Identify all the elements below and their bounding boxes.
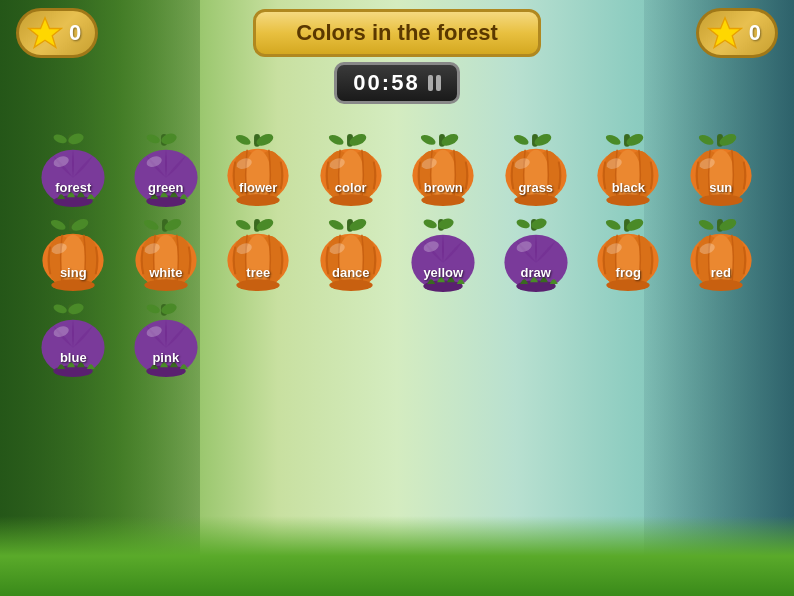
fruit-black: black [588,132,668,207]
left-star-icon [27,15,63,51]
svg-point-124 [607,279,650,291]
fruit-flower: flower [218,132,298,207]
svg-marker-1 [709,18,741,48]
svg-point-25 [327,133,345,147]
word-item-forest[interactable]: forest [32,132,115,207]
word-label-pink: pink [152,350,179,365]
svg-point-103 [329,279,372,291]
svg-point-4 [53,133,69,145]
word-label-black: black [612,180,645,195]
svg-point-127 [697,218,715,232]
svg-point-40 [422,194,465,206]
svg-point-112 [515,218,531,230]
svg-point-79 [142,218,160,232]
svg-point-85 [144,279,187,291]
fruit-brown: brown [403,132,483,207]
word-label-grass: grass [518,180,553,195]
fruit-tree: tree [218,217,298,292]
word-label-blue: blue [60,350,87,365]
fruit-green: green [126,132,206,207]
svg-point-16 [235,133,253,147]
word-item-dance[interactable]: dance [310,217,393,292]
word-item-draw[interactable]: draw [495,217,578,292]
word-label-red: red [711,265,731,280]
fruit-dance: dance [311,217,391,292]
word-label-sing: sing [60,265,87,280]
word-label-green: green [148,180,183,195]
pause-button[interactable] [428,75,441,91]
svg-point-49 [514,194,557,206]
fruit-frog: frog [588,217,668,292]
word-label-flower: flower [239,180,277,195]
fruit-pink: pink [126,302,206,377]
header: 0 Colors in the forest 0 [0,0,794,58]
pause-bar-left [428,75,433,91]
word-label-sun: sun [709,180,732,195]
words-grid: forest green [2,112,792,397]
right-score-box: 0 [696,8,778,58]
word-item-black[interactable]: black [587,132,670,207]
fruit-white: white [126,217,206,292]
word-label-forest: forest [55,180,91,195]
fruit-sun: sun [681,132,761,207]
word-item-pink[interactable]: pink [125,302,208,377]
title-box: Colors in the forest [253,9,541,57]
svg-point-133 [699,279,742,291]
word-item-red[interactable]: red [680,217,763,292]
word-label-white: white [149,265,182,280]
word-item-white[interactable]: white [125,217,208,292]
game-title: Colors in the forest [296,20,498,45]
fruit-grass: grass [496,132,576,207]
svg-point-61 [697,133,715,147]
word-label-frog: frog [616,265,641,280]
word-item-frog[interactable]: frog [587,217,670,292]
fruit-forest: forest [33,132,113,207]
svg-point-88 [235,218,253,232]
svg-point-10 [145,133,161,145]
fruit-draw: draw [496,217,576,292]
svg-point-106 [423,218,439,230]
svg-point-22 [237,194,280,206]
svg-point-118 [605,218,623,232]
word-label-color: color [335,180,367,195]
svg-marker-0 [29,18,61,48]
game-container: 0 Colors in the forest 0 00:58 [0,0,794,596]
svg-point-58 [607,194,650,206]
timer-display: 00:58 [353,70,419,96]
svg-point-70 [50,218,68,232]
fruit-sing: sing [33,217,113,292]
word-label-brown: brown [424,180,463,195]
word-label-yellow: yellow [423,265,463,280]
timer-box: 00:58 [334,62,459,104]
word-item-blue[interactable]: blue [32,302,115,377]
fruit-yellow: yellow [403,217,483,292]
word-item-color[interactable]: color [310,132,393,207]
right-star-icon [707,15,743,51]
svg-point-31 [329,194,372,206]
word-item-brown[interactable]: brown [402,132,485,207]
word-item-yellow[interactable]: yellow [402,217,485,292]
svg-point-34 [420,133,438,147]
word-item-sun[interactable]: sun [680,132,763,207]
word-item-grass[interactable]: grass [495,132,578,207]
svg-point-52 [605,133,623,147]
fruit-red: red [681,217,761,292]
word-label-tree: tree [246,265,270,280]
svg-point-136 [53,303,69,315]
word-item-green[interactable]: green [125,132,208,207]
word-item-flower[interactable]: flower [217,132,300,207]
timer-container: 00:58 [334,62,459,104]
svg-point-97 [327,218,345,232]
fruit-blue: blue [33,302,113,377]
svg-point-43 [512,133,530,147]
pause-bar-right [436,75,441,91]
word-label-dance: dance [332,265,370,280]
left-score-box: 0 [16,8,98,58]
fruit-color: color [311,132,391,207]
svg-point-76 [52,279,95,291]
svg-point-67 [699,194,742,206]
word-item-sing[interactable]: sing [32,217,115,292]
svg-point-94 [237,279,280,291]
left-score: 0 [69,20,81,46]
word-item-tree[interactable]: tree [217,217,300,292]
